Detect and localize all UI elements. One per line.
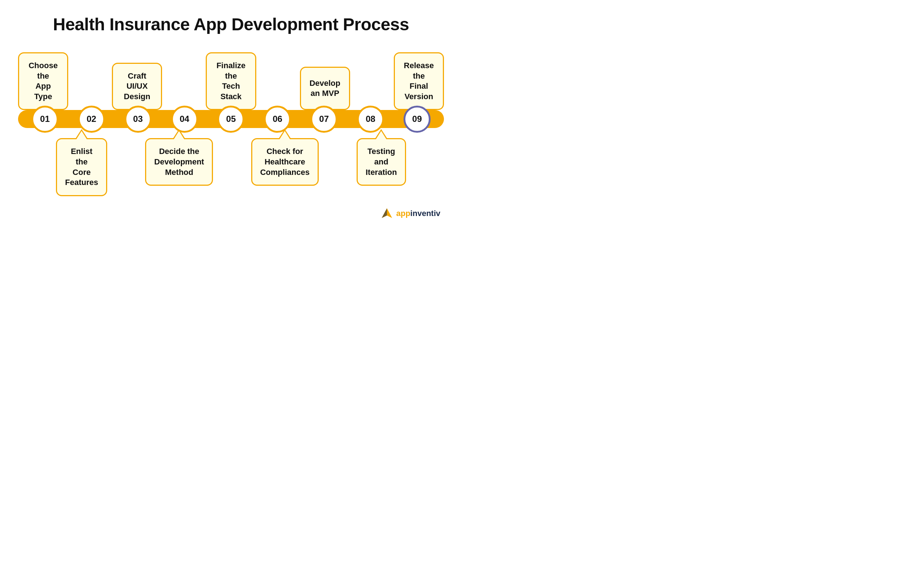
spacer-top-4 bbox=[162, 67, 206, 110]
bubble-testing: Testingand Iteration bbox=[357, 138, 406, 186]
step-09: 09 bbox=[404, 106, 431, 133]
bubble-release-final: Release theFinal Version bbox=[394, 52, 444, 110]
step-06: 06 bbox=[264, 106, 291, 133]
spacer-bottom-9 bbox=[406, 128, 444, 171]
step-01: 01 bbox=[31, 106, 58, 133]
bubble-decide-method: Decide theDevelopmentMethod bbox=[145, 138, 213, 186]
logo: appinventiv bbox=[380, 207, 440, 220]
bubble-craft-uiux: CraftUI/UXDesign bbox=[112, 63, 162, 110]
appinventiv-logo-icon bbox=[380, 207, 393, 220]
bottom-bubbles-row: Enlist theCoreFeatures Decide theDevelop… bbox=[15, 128, 447, 196]
bubble-develop-mvp: Develop an MVP bbox=[300, 67, 350, 110]
logo-suffix: inventiv bbox=[410, 209, 440, 218]
spacer-bottom-1 bbox=[18, 128, 56, 171]
step-02: 02 bbox=[78, 106, 105, 133]
spacer-top-8 bbox=[350, 67, 394, 110]
svg-marker-1 bbox=[381, 208, 386, 218]
bubble-enlist-features: Enlist theCoreFeatures bbox=[56, 138, 107, 196]
top-bubbles-row: Choose theApp Type CraftUI/UXDesign Fina… bbox=[15, 52, 447, 110]
diagram: Choose theApp Type CraftUI/UXDesign Fina… bbox=[15, 52, 447, 196]
logo-prefix: app bbox=[396, 209, 410, 218]
step-04: 04 bbox=[171, 106, 198, 133]
step-08: 08 bbox=[357, 106, 384, 133]
logo-text: appinventiv bbox=[396, 209, 440, 218]
spacer-top-6 bbox=[256, 67, 300, 110]
spacer-bottom-7 bbox=[319, 128, 357, 171]
timeline: 01 02 03 04 05 06 07 08 09 bbox=[15, 110, 447, 128]
step-05: 05 bbox=[217, 106, 244, 133]
bubble-finalize-tech: Finalize theTech Stack bbox=[206, 52, 256, 110]
page-title: Health Insurance App Development Process bbox=[53, 15, 409, 34]
step-03: 03 bbox=[124, 106, 152, 133]
bubble-check-compliance: Check forHealthcareCompliances bbox=[251, 138, 319, 186]
spacer-top-2 bbox=[68, 67, 112, 110]
bubble-choose-app-type: Choose theApp Type bbox=[18, 52, 68, 110]
step-07: 07 bbox=[310, 106, 338, 133]
spacer-bottom-5 bbox=[213, 128, 251, 171]
spacer-bottom-3 bbox=[107, 128, 145, 171]
timeline-track: 01 02 03 04 05 06 07 08 09 bbox=[18, 110, 444, 128]
